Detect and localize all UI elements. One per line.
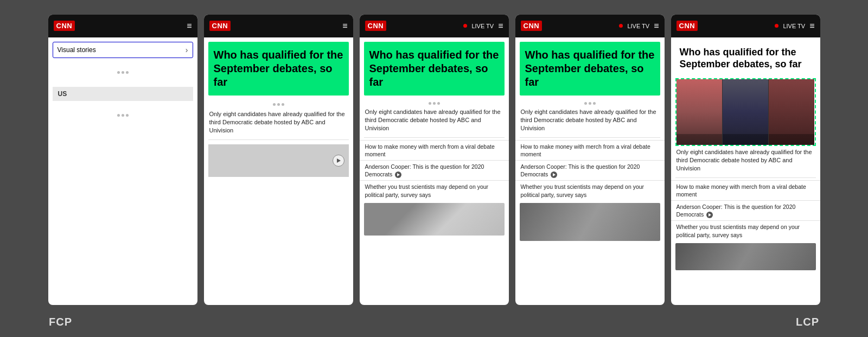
phone-frame-5: CNN LIVE TV ≡ Who has qualified for the … <box>671 15 820 305</box>
loading-dots-2 <box>48 103 197 128</box>
article-text-5: Only eight candidates have already quali… <box>671 148 820 173</box>
hamburger-icon-5[interactable]: ≡ <box>809 21 814 31</box>
dot-8 <box>277 103 280 106</box>
phone-content-2: Who has qualified for the September deba… <box>204 37 353 305</box>
headline-title-box-2: Who has qualified for the September deba… <box>208 42 349 96</box>
divider-4 <box>520 137 660 138</box>
dot-12 <box>437 102 440 105</box>
phone-frame-2: CNN ≡ Who has qualified for the Septembe… <box>204 15 353 305</box>
live-tv-section-5: LIVE TV ≡ <box>775 21 814 31</box>
loading-dots-1 <box>48 60 197 85</box>
article-text-3: Only eight candidates have already quali… <box>360 108 509 133</box>
divider-5 <box>675 177 816 178</box>
dot-1 <box>117 71 120 74</box>
headline-title-text-2: Who has qualified for the September deba… <box>214 48 343 89</box>
live-dot-3 <box>463 24 467 28</box>
headline-title-box-4: Who has qualified for the September deba… <box>520 42 660 96</box>
dot-3 <box>126 71 129 74</box>
divider-2 <box>208 139 349 140</box>
live-tv-label-3[interactable]: LIVE TV <box>471 23 494 29</box>
cnn-header-4: CNN LIVE TV ≡ <box>515 15 665 37</box>
bottom-image-5 <box>675 243 816 270</box>
sub-article-3a[interactable]: How to make money with merch from a vira… <box>360 140 509 160</box>
visual-stories-arrow: › <box>186 46 188 54</box>
person-right <box>768 79 814 145</box>
headline-title-text-4: Who has qualified for the September deba… <box>525 48 655 89</box>
cnn-header-2: CNN ≡ <box>204 15 353 37</box>
cnn-logo-3: CNN <box>365 21 387 31</box>
visual-stories-bar[interactable]: Visual stories › <box>53 42 193 58</box>
phone-content-4: Who has qualified for the September deba… <box>515 37 665 305</box>
dot-5 <box>122 114 124 117</box>
play-triangle-icon <box>336 158 341 163</box>
sub-article-3b[interactable]: Anderson Cooper: This is the question fo… <box>360 160 509 180</box>
phone-frame-1: CNN ≡ Visual stories › US <box>48 15 197 305</box>
headline-title-box-3: Who has qualified for the September deba… <box>364 42 505 96</box>
cnn-header-1: CNN ≡ <box>48 15 197 37</box>
dot-10 <box>429 102 431 105</box>
bottom-image-4 <box>520 203 660 241</box>
cnn-header-3: CNN LIVE TV ≡ <box>360 15 509 37</box>
sub-article-4a[interactable]: How to make money with merch from a vira… <box>515 140 665 160</box>
sub-article-5b[interactable]: Anderson Cooper: This is the question fo… <box>671 200 820 220</box>
person-center <box>722 79 768 145</box>
phone-frame-4: CNN LIVE TV ≡ Who has qualified for the … <box>515 15 665 305</box>
hamburger-icon-4[interactable]: ≡ <box>654 21 659 31</box>
dot-13 <box>584 102 587 105</box>
sub-article-4b[interactable]: Anderson Cooper: This is the question fo… <box>515 160 665 180</box>
live-dot-5 <box>775 24 778 28</box>
visual-stories-label: Visual stories <box>58 46 96 54</box>
phone-content-3: Who has qualified for the September deba… <box>360 37 509 305</box>
sub-article-5c[interactable]: Whether you trust scientists may depend … <box>671 220 820 240</box>
hamburger-icon-1[interactable]: ≡ <box>187 21 192 31</box>
cnn-logo-2: CNN <box>209 21 231 31</box>
lcp-label: LCP <box>796 316 819 328</box>
dot-4 <box>117 114 120 117</box>
headline-title-text-5: Who has qualified for the September deba… <box>680 46 812 71</box>
loading-dots-5 <box>515 99 665 108</box>
dot-7 <box>273 103 276 106</box>
loading-dots-3 <box>204 99 353 110</box>
play-icon-4 <box>551 171 557 178</box>
video-area-2[interactable] <box>208 144 349 177</box>
person-left <box>676 79 722 145</box>
live-tv-label-5[interactable]: LIVE TV <box>783 23 805 29</box>
sub-article-4c[interactable]: Whether you trust scientists may depend … <box>515 180 665 200</box>
labels-row: FCP LCP <box>38 310 830 328</box>
loading-dots-4 <box>360 99 509 108</box>
dot-6 <box>126 114 129 117</box>
dot-9 <box>282 103 284 106</box>
hamburger-icon-2[interactable]: ≡ <box>342 21 347 31</box>
cnn-logo-1: CNN <box>54 21 75 31</box>
video-play-btn-2[interactable] <box>333 155 344 167</box>
dot-11 <box>433 102 436 105</box>
headline-title-text-3: Who has qualified for the September deba… <box>369 48 499 89</box>
play-icon-5 <box>706 212 713 218</box>
bottom-image-3 <box>364 203 505 236</box>
sub-article-5a[interactable]: How to make money with merch from a vira… <box>671 180 820 200</box>
dot-15 <box>593 102 596 105</box>
divider-3 <box>364 137 505 138</box>
dot-14 <box>589 102 591 105</box>
headline-title-box-5: Who has qualified for the September deba… <box>675 42 816 75</box>
cnn-header-5: CNN LIVE TV ≡ <box>671 15 820 37</box>
cnn-logo-5: CNN <box>676 21 698 31</box>
sub-article-3c[interactable]: Whether you trust scientists may depend … <box>360 180 509 200</box>
us-section-bar: US <box>53 87 193 101</box>
article-text-2: Only eight candidates have already quali… <box>204 110 353 135</box>
live-tv-section-3: LIVE TV ≡ <box>463 21 503 31</box>
hamburger-icon-3[interactable]: ≡ <box>498 21 503 31</box>
people-image-5 <box>675 78 816 146</box>
live-tv-label-4[interactable]: LIVE TV <box>627 23 649 29</box>
phone-frame-3: CNN LIVE TV ≡ Who has qualified for the … <box>360 15 509 305</box>
phone-content-5: Who has qualified for the September deba… <box>671 37 820 305</box>
main-container: CNN ≡ Visual stories › US CNN ≡ <box>0 9 868 310</box>
play-icon-3 <box>395 171 401 178</box>
cnn-logo-4: CNN <box>521 21 542 31</box>
article-text-4: Only eight candidates have already quali… <box>515 108 665 133</box>
live-dot-4 <box>619 24 623 28</box>
fcp-label: FCP <box>49 316 72 328</box>
svg-marker-0 <box>337 158 341 163</box>
live-tv-section-4: LIVE TV ≡ <box>619 21 659 31</box>
phone-content-1: Visual stories › US <box>48 37 197 305</box>
